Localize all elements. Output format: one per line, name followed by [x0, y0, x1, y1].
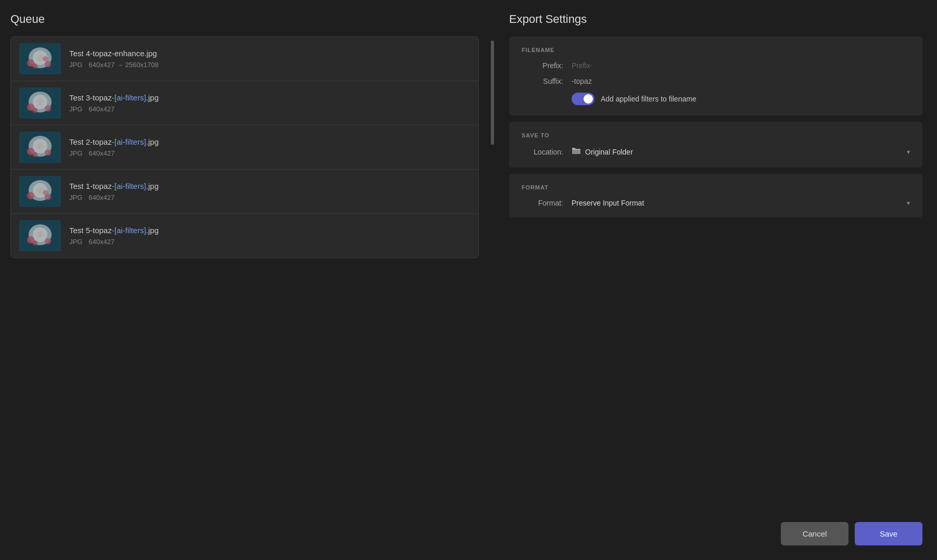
queue-item-info: Test 3-topaz-[ai-filters].jpg JPG 640x42…	[69, 93, 159, 113]
queue-item-name: Test 1-topaz-[ai-filters].jpg	[69, 182, 159, 190]
queue-item[interactable]: Test 1-topaz-[ai-filters].jpg JPG 640x42…	[11, 170, 478, 214]
save-to-section-title: SAVE TO	[522, 132, 910, 138]
queue-item[interactable]: Test 2-topaz-[ai-filters].jpg JPG 640x42…	[11, 125, 478, 170]
queue-item[interactable]: Test 4-topaz-enhance.jpg JPG 640x427 → 2…	[11, 37, 478, 81]
format-section-title: FORMAT	[522, 184, 910, 190]
queue-item-name: Test 5-topaz-[ai-filters].jpg	[69, 226, 159, 235]
queue-item-format: JPG	[69, 194, 82, 201]
format-value: Preserve Input Format	[572, 199, 903, 207]
queue-item-info: Test 1-topaz-[ai-filters].jpg JPG 640x42…	[69, 182, 159, 201]
svg-rect-8	[19, 43, 61, 74]
queue-item-format: JPG	[69, 238, 82, 246]
queue-item-thumbnail	[19, 87, 61, 119]
queue-item-thumbnail	[19, 220, 61, 251]
format-row: Format: Preserve Input Format ▾	[522, 199, 910, 207]
location-label: Location:	[522, 148, 563, 156]
queue-list: Test 4-topaz-enhance.jpg JPG 640x427 → 2…	[10, 36, 479, 258]
format-section: FORMAT Format: Preserve Input Format ▾	[509, 174, 922, 218]
scrollbar-thumb[interactable]	[491, 41, 494, 145]
svg-rect-16	[19, 87, 61, 119]
queue-item-thumbnail	[19, 43, 61, 74]
export-title: Export Settings	[509, 12, 922, 26]
queue-item-name: Test 3-topaz-[ai-filters].jpg	[69, 93, 159, 102]
export-panel: Export Settings FILENAME Prefix: Suffix:…	[495, 0, 937, 560]
svg-rect-24	[19, 132, 61, 163]
queue-item-meta: JPG 640x427	[69, 238, 159, 246]
add-filters-toggle[interactable]	[572, 93, 594, 105]
queue-item-meta: JPG 640x427	[69, 149, 159, 157]
format-label: Format:	[522, 199, 563, 207]
location-row: Location: Original Folder ▾	[522, 147, 910, 157]
prefix-input[interactable]	[572, 61, 910, 70]
save-to-section: SAVE TO Location: Original Folder ▾	[509, 122, 922, 168]
save-button[interactable]: Save	[855, 522, 922, 545]
queue-item-dimensions: 640x427	[88, 194, 115, 201]
svg-rect-32	[19, 176, 61, 207]
queue-item-thumbnail	[19, 132, 61, 163]
toggle-label: Add applied filters to filename	[601, 95, 697, 103]
queue-title: Queue	[10, 12, 479, 26]
location-dropdown[interactable]: Original Folder ▾	[572, 147, 910, 157]
queue-item-thumbnail	[19, 176, 61, 207]
queue-item-format: JPG	[69, 105, 82, 113]
suffix-input[interactable]	[572, 77, 910, 85]
bottom-buttons: Cancel Save	[781, 522, 922, 545]
queue-item-info: Test 5-topaz-[ai-filters].jpg JPG 640x42…	[69, 226, 159, 246]
queue-item-meta: JPG 640x427	[69, 105, 159, 113]
filename-section-title: FILENAME	[522, 47, 910, 53]
toggle-knob	[584, 94, 593, 104]
queue-item-dimensions: 640x427	[88, 149, 115, 157]
queue-item-meta: JPG 640x427	[69, 194, 159, 201]
queue-item-format: JPG	[69, 61, 82, 69]
filename-section: FILENAME Prefix: Suffix: Add applied fil…	[509, 36, 922, 116]
prefix-row: Prefix:	[522, 61, 910, 70]
queue-item-info: Test 2-topaz-[ai-filters].jpg JPG 640x42…	[69, 137, 159, 157]
queue-item-meta: JPG 640x427 → 2560x1708	[69, 61, 159, 69]
cancel-button[interactable]: Cancel	[781, 522, 849, 545]
folder-icon	[572, 147, 581, 157]
prefix-label: Prefix:	[522, 61, 563, 70]
queue-item-name: Test 4-topaz-enhance.jpg	[69, 49, 159, 58]
svg-rect-40	[19, 220, 61, 251]
queue-item-name: Test 2-topaz-[ai-filters].jpg	[69, 137, 159, 146]
suffix-label: Suffix:	[522, 77, 563, 85]
queue-item-format: JPG	[69, 149, 82, 157]
queue-item[interactable]: Test 3-topaz-[ai-filters].jpg JPG 640x42…	[11, 81, 478, 125]
queue-panel: Queue Test 4-topaz-enhance.j	[0, 0, 489, 560]
queue-item[interactable]: Test 5-topaz-[ai-filters].jpg JPG 640x42…	[11, 214, 478, 258]
location-value: Original Folder	[585, 148, 903, 156]
toggle-row: Add applied filters to filename	[522, 93, 910, 105]
format-dropdown[interactable]: Preserve Input Format ▾	[572, 199, 910, 207]
queue-item-dimensions: 640x427	[88, 105, 115, 113]
chevron-down-icon: ▾	[907, 199, 910, 207]
chevron-down-icon: ▾	[907, 148, 910, 156]
suffix-row: Suffix:	[522, 77, 910, 85]
queue-item-dimensions: 640x427	[88, 238, 115, 246]
queue-item-info: Test 4-topaz-enhance.jpg JPG 640x427 → 2…	[69, 49, 159, 69]
queue-item-dimensions: 640x427 → 2560x1708	[88, 61, 158, 69]
